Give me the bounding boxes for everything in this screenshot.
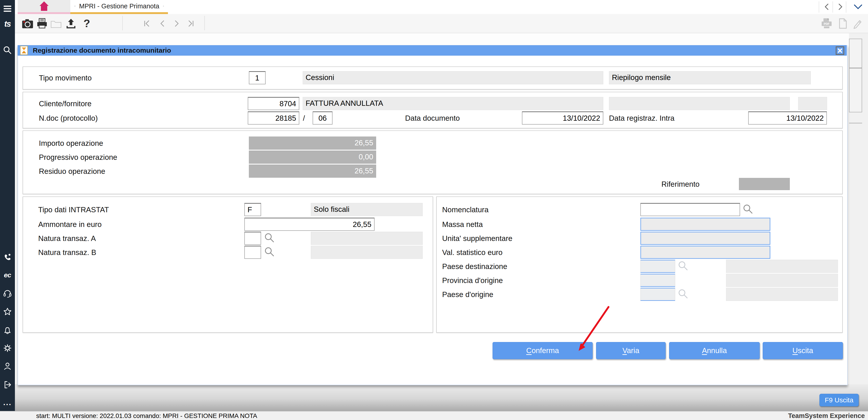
data-registraz-input[interactable]: 13/10/2022 [748,112,827,125]
hamburger-menu-icon[interactable] [0,3,15,14]
provincia-origine-input[interactable] [640,274,675,287]
paese-origine-input[interactable] [640,288,675,301]
massa-netta-input[interactable] [640,218,770,231]
bottom-band: F9 Uscita [15,384,868,411]
paese-destinazione-input[interactable] [640,260,675,273]
paese-destinazione-label: Paese destinazione [442,262,507,271]
paese-origine-magnifier-icon[interactable] [677,288,689,300]
natura-a-desc [311,232,423,245]
cliente-label: Cliente/fornitore [39,99,92,108]
logout-icon[interactable] [0,379,15,391]
nomenclatura-label: Nomenclatura [442,206,489,214]
scrollbar-thumb[interactable] [849,39,862,68]
edit-pencil-icon[interactable] [852,18,864,29]
tabbar-separator [846,1,846,13]
importo-label: Importo operazione [39,139,103,148]
cliente-extra-small-field [798,97,827,110]
provincia-origine-label: Provincia d'origine [442,276,503,285]
data-documento-input[interactable]: 13/10/2022 [522,112,603,125]
tipo-dati-label: Tipo dati INTRASTAT [38,206,109,214]
status-text: start: MULTI versione: 2022.01.03 comand… [36,412,257,420]
conferma-button[interactable]: Conferma [493,342,593,359]
dialog-close-icon[interactable] [836,46,844,55]
brand-text: TeamSystem Experience [788,412,865,420]
residuo-field: 26,55 [249,164,376,178]
window-collapse-icon[interactable] [852,2,864,11]
natura-a-input[interactable] [244,232,261,245]
window-forward-icon[interactable] [836,2,844,11]
natura-b-input[interactable] [244,246,261,259]
search-icon[interactable] [0,44,15,56]
scrollbar-divider [849,123,862,123]
unita-supplementare-input[interactable] [640,232,770,245]
ndoc-separator: / [303,114,305,122]
tipo-movimento-desc: Cessioni [303,71,603,84]
natura-a-lookup-magnifier-icon[interactable] [264,232,276,244]
f9-uscita-button[interactable]: F9 Uscita [819,394,859,407]
natura-b-label: Natura transaz. B [38,248,96,257]
dialog-titlebar[interactable]: Registrazione documento intracomunitario [18,45,847,56]
folder-icon[interactable] [50,18,62,29]
user-icon[interactable] [0,360,15,372]
tipo-movimento-input[interactable]: 1 [249,71,266,84]
val-statistico-label: Val. statistico euro [442,248,502,257]
nav-next-icon[interactable] [171,18,183,29]
nomenclatura-lookup-magnifier-icon[interactable] [742,204,754,215]
gear-icon[interactable] [0,342,15,354]
natura-b-lookup-magnifier-icon[interactable] [264,246,276,258]
teamsystem-logo: ts [0,18,15,30]
uscita-button[interactable]: Uscita [763,342,843,359]
scrollbar-track[interactable] [849,68,862,112]
massa-netta-label: Massa netta [442,220,483,229]
tab-close-icon[interactable] [163,3,164,9]
annulla-button[interactable]: Annulla [669,342,760,359]
ndoc-suffix-input[interactable]: 06 [313,112,333,125]
tabbar-separator [819,1,819,13]
sidebar: ts ec ... [0,0,15,411]
riepilogo-field: Riepilogo mensile [609,71,811,84]
bell-icon[interactable] [0,324,15,336]
toolbar-separator [204,16,205,30]
provincia-origine-desc [726,274,838,287]
varia-button[interactable]: Varia [596,342,666,359]
star-icon[interactable] [0,306,15,318]
unita-supplementare-label: Unita' supplementare [442,234,513,243]
nav-first-icon[interactable] [141,18,153,29]
print-icon[interactable] [36,18,48,29]
ndoc-label: N.doc (protocollo) [39,114,98,122]
val-statistico-input[interactable] [640,246,770,259]
more-ellipsis-icon[interactable]: ... [0,397,15,407]
ndoc-input[interactable]: 28185 [248,112,299,125]
riferimento-label: Riferimento [661,180,700,188]
data-documento-label: Data documento [405,114,460,122]
headset-icon[interactable] [0,288,15,299]
section-tipo-movimento: Tipo movimento 1 Cessioni Riepilogo mens… [23,66,843,90]
help-icon[interactable]: ? [81,18,93,29]
upload-icon[interactable] [65,18,77,29]
ammontare-label: Ammontare in euro [38,220,102,229]
section-intrastat: Tipo dati INTRASTAT F Solo fiscali Ammon… [23,197,433,333]
nav-prev-icon[interactable] [156,18,168,29]
nomenclatura-input[interactable] [640,203,740,216]
tab-mpri[interactable]: MPRI - Gestione Primanota [70,0,168,12]
natura-b-desc [311,246,423,259]
pdf-export-icon[interactable]: PDF [821,18,833,29]
right-scroll-area [849,33,868,384]
new-document-icon[interactable] [837,18,848,29]
home-tab-underline [18,12,70,14]
dialog-hourglass-icon [20,46,28,55]
phone-icon[interactable] [0,252,15,263]
camera-icon[interactable] [22,18,33,29]
tab-star-icon [74,3,75,9]
tipo-dati-input[interactable]: F [244,203,261,216]
paese-destinazione-magnifier-icon[interactable] [677,260,689,272]
ec-logo[interactable]: ec [0,269,15,281]
active-tab-underline [70,12,168,14]
window-back-icon[interactable] [823,2,831,11]
importo-field: 26,55 [249,137,376,150]
cliente-input[interactable]: 8704 [248,97,299,110]
section-importi: Importo operazione 26,55 Progressivo ope… [23,130,843,194]
ammontare-input[interactable]: 26,55 [244,218,375,231]
nav-last-icon[interactable] [185,18,197,29]
home-tab[interactable] [18,0,70,12]
